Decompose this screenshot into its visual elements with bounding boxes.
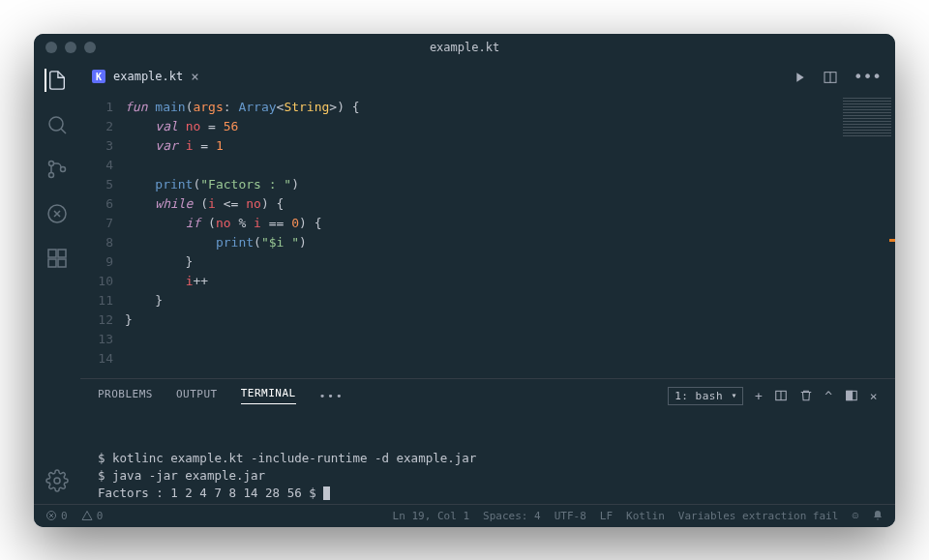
terminal-content[interactable]: $ kotlinc example.kt -include-runtime -d… xyxy=(80,411,895,504)
status-encoding[interactable]: UTF-8 xyxy=(554,510,586,522)
maximize-panel-icon[interactable]: ^ xyxy=(824,389,832,403)
status-bar: 0 0 Ln 19, Col 1 Spaces: 4 UTF-8 LF Kotl… xyxy=(34,504,895,527)
svg-rect-16 xyxy=(846,391,852,399)
run-icon[interactable] xyxy=(792,70,807,85)
terminal-select[interactable]: 1: bash xyxy=(668,387,743,405)
toggle-panel-icon[interactable] xyxy=(845,389,858,402)
maximize-window-button[interactable] xyxy=(84,42,96,53)
window-controls xyxy=(45,42,96,53)
status-message[interactable]: Variables extraction fail xyxy=(678,510,839,522)
window-title: example.kt xyxy=(430,41,499,54)
svg-rect-8 xyxy=(48,259,56,267)
status-bell-icon[interactable] xyxy=(872,510,884,521)
status-cursor-position[interactable]: Ln 19, Col 1 xyxy=(393,510,469,522)
status-errors[interactable]: 0 xyxy=(45,510,68,522)
minimap-content xyxy=(843,98,891,136)
close-window-button[interactable] xyxy=(45,42,57,53)
svg-rect-6 xyxy=(48,250,56,257)
tab-bar: K example.kt × ••• xyxy=(80,61,895,94)
status-indent[interactable]: Spaces: 4 xyxy=(483,510,541,522)
svg-rect-7 xyxy=(58,250,66,257)
more-actions-icon[interactable]: ••• xyxy=(854,68,882,86)
kotlin-file-icon: K xyxy=(92,70,105,83)
editor-window: example.kt xyxy=(34,34,895,527)
tab-output[interactable]: OUTPUT xyxy=(176,388,218,404)
panel-more-icon[interactable]: ••• xyxy=(319,390,345,402)
minimap[interactable] xyxy=(837,94,895,378)
status-feedback-icon[interactable]: ☺ xyxy=(852,510,858,522)
svg-point-3 xyxy=(49,172,54,177)
tab-label: example.kt xyxy=(113,70,183,83)
status-eol[interactable]: LF xyxy=(600,510,613,522)
body: K example.kt × ••• 1234567891011121314 f… xyxy=(34,61,895,504)
svg-line-1 xyxy=(61,129,66,133)
status-language[interactable]: Kotlin xyxy=(626,510,665,522)
tab-problems[interactable]: PROBLEMS xyxy=(98,388,153,404)
search-icon[interactable] xyxy=(45,113,69,136)
tab-terminal[interactable]: TERMINAL xyxy=(241,387,296,404)
close-tab-icon[interactable]: × xyxy=(191,69,198,84)
svg-point-4 xyxy=(61,166,66,171)
panel-tabs: PROBLEMS OUTPUT TERMINAL ••• 1: bash + ^ xyxy=(80,379,895,411)
svg-point-2 xyxy=(49,161,54,165)
settings-icon[interactable] xyxy=(45,469,69,492)
split-terminal-icon[interactable] xyxy=(774,389,788,402)
main-area: K example.kt × ••• 1234567891011121314 f… xyxy=(80,61,895,504)
debug-icon[interactable] xyxy=(45,202,69,225)
overview-marker xyxy=(889,239,895,242)
bottom-panel: PROBLEMS OUTPUT TERMINAL ••• 1: bash + ^ xyxy=(80,378,895,504)
source-control-icon[interactable] xyxy=(45,158,69,181)
status-warnings[interactable]: 0 xyxy=(81,510,104,522)
svg-point-0 xyxy=(49,117,63,131)
new-terminal-icon[interactable]: + xyxy=(755,389,763,403)
svg-rect-9 xyxy=(58,259,66,267)
minimize-window-button[interactable] xyxy=(65,42,76,53)
line-numbers: 1234567891011121314 xyxy=(80,94,125,378)
svg-point-10 xyxy=(54,478,60,484)
activity-bar xyxy=(34,61,80,504)
tab-example-kt[interactable]: K example.kt × xyxy=(80,61,211,94)
close-panel-icon[interactable]: × xyxy=(870,389,878,403)
editor[interactable]: 1234567891011121314 fun main(args: Array… xyxy=(80,94,895,378)
split-editor-icon[interactable] xyxy=(823,70,838,85)
code-content[interactable]: fun main(args: Array<String>) { val no =… xyxy=(125,94,837,378)
editor-actions: ••• xyxy=(792,61,895,94)
titlebar: example.kt xyxy=(34,34,895,61)
explorer-icon[interactable] xyxy=(45,69,68,92)
kill-terminal-icon[interactable] xyxy=(799,389,813,402)
extensions-icon[interactable] xyxy=(45,247,69,270)
